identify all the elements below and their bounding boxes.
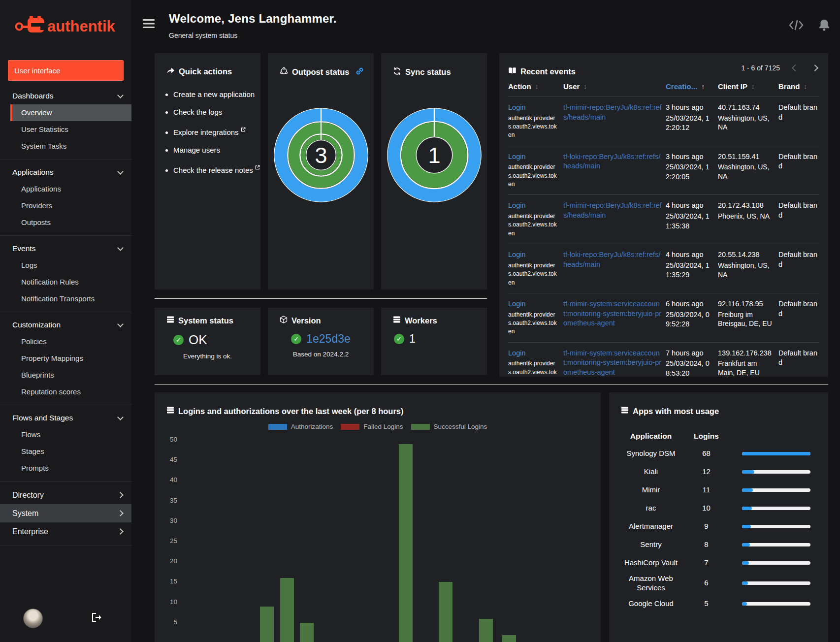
quick-actions-card: Quick actions Create a new applicationCh… (155, 53, 260, 289)
notifications-bell-icon[interactable] (818, 19, 830, 33)
column-header-client-ip[interactable]: Client IP↕ (718, 82, 775, 91)
sort-icon[interactable]: ↕ (583, 83, 587, 90)
sort-ascending-icon[interactable]: ↑ (701, 83, 705, 91)
event-context: authentik.providers.oauth2.views.token (508, 311, 559, 336)
app-usage-row: Amazon Web Services6 (619, 572, 816, 595)
sidebar-item-property-mappings[interactable]: Property Mappings (10, 350, 131, 367)
event-action-cell: Loginauthentik.providers.oauth2.views.to… (508, 152, 559, 189)
event-action-link[interactable]: Login (508, 201, 559, 211)
user-interface-button[interactable]: User interface (8, 60, 124, 81)
column-header-creatio[interactable]: Creatio...↑ (666, 82, 714, 91)
sync-icon (393, 67, 401, 77)
sidebar-item-logs[interactable]: Logs (10, 257, 131, 274)
event-action-link[interactable]: Login (508, 103, 559, 113)
nav-section-flows-and-stages[interactable]: Flows and Stages (0, 410, 131, 426)
nav-section-customization[interactable]: Customization (0, 317, 131, 333)
quick-action-manage-users[interactable]: Manage users (173, 145, 260, 156)
logout-icon[interactable] (91, 612, 102, 624)
sidebar-item-directory[interactable]: Directory (0, 486, 131, 504)
chart-bar (260, 607, 274, 642)
sidebar-item-system-tasks[interactable]: System Tasks (10, 138, 131, 155)
sync-status-card: Sync status 1 (381, 53, 487, 289)
authentik-logo: authentik (0, 0, 131, 54)
event-user-link[interactable]: tf-mimir-repo:BeryJu/k8s:ref:refs/heads/… (563, 201, 662, 220)
sidebar: authentik User interface DashboardsOverv… (0, 0, 131, 642)
outpost-link-icon[interactable] (356, 67, 363, 77)
event-user-link[interactable]: tf-mimir-system:serviceaccount:monitorin… (563, 349, 662, 377)
app-usage-progress-fill (742, 561, 749, 565)
event-user-cell: tf-loki-repo:BeryJu/k8s:ref:refs/heads/m… (563, 250, 662, 287)
nav-divider (0, 405, 131, 405)
sidebar-item-applications[interactable]: Applications (10, 181, 131, 197)
sidebar-item-stages[interactable]: Stages (10, 443, 131, 460)
column-label[interactable]: Action (508, 82, 531, 91)
event-creation-cell: 3 hours ago25/03/2024, 12:20:05 (666, 152, 714, 189)
column-header-user[interactable]: User↕ (563, 82, 662, 91)
event-ip: 20.172.43.108 (718, 201, 775, 211)
event-clientip-cell: 40.71.163.74Washington, US, NA (718, 103, 775, 140)
event-datetime: 25/03/2024, 09:52:28 (666, 310, 714, 329)
sidebar-item-outposts[interactable]: Outposts (10, 214, 131, 231)
event-action-link[interactable]: Login (508, 152, 559, 162)
column-header-action[interactable]: Action↕ (508, 82, 559, 91)
event-rel-time: 3 hours ago (666, 103, 714, 113)
app-logins-count: 10 (683, 502, 730, 515)
sidebar-item-overview[interactable]: Overview (10, 104, 131, 121)
column-label[interactable]: User (563, 82, 580, 91)
nav-section-dashboards[interactable]: Dashboards (0, 88, 131, 104)
nav-section-events[interactable]: Events (0, 240, 131, 257)
column-label[interactable]: Client IP (718, 82, 747, 91)
sidebar-item-flows[interactable]: Flows (10, 426, 131, 443)
legend-label: Failed Logins (363, 423, 403, 430)
column-header-brand[interactable]: Brand↕ (778, 82, 819, 91)
quick-action-check-the-release-notes[interactable]: Check the release notes (173, 162, 260, 176)
sidebar-item-user-statistics[interactable]: User Statistics (10, 121, 131, 138)
recent-events-title: Recent events (520, 67, 576, 76)
hamburger-menu-icon[interactable] (143, 19, 155, 31)
event-action-link[interactable]: Login (508, 250, 559, 260)
column-label[interactable]: Brand (778, 82, 800, 91)
pagination-next-icon[interactable] (811, 64, 818, 71)
version-value[interactable]: 1e25d3e (306, 332, 351, 346)
quick-action-create-a-new-application[interactable]: Create a new application (173, 89, 260, 100)
event-location: Freiburg im Breisgau, DE, EU (718, 310, 775, 329)
avatar[interactable] (23, 609, 43, 628)
sidebar-item-notification-transports[interactable]: Notification Transports (10, 290, 131, 307)
sidebar-item-system[interactable]: System (0, 504, 131, 522)
sidebar-item-notification-rules[interactable]: Notification Rules (10, 274, 131, 290)
sort-icon[interactable]: ↕ (751, 83, 755, 90)
pagination-prev-icon[interactable] (792, 64, 799, 71)
event-action-link[interactable]: Login (508, 349, 559, 358)
event-rel-time: 4 hours ago (666, 250, 714, 260)
app-logins-count: 7 (683, 556, 730, 570)
quick-action-check-the-logs[interactable]: Check the logs (173, 107, 260, 118)
event-user-link[interactable]: tf-mimir-system:serviceaccount:monitorin… (563, 299, 662, 328)
app-logins-count: 68 (683, 447, 730, 460)
api-code-icon[interactable] (789, 19, 804, 33)
event-user-cell: tf-mimir-repo:BeryJu/k8s:ref:refs/heads/… (563, 103, 662, 140)
sort-icon[interactable]: ↕ (535, 83, 539, 90)
event-action-link[interactable]: Login (508, 299, 559, 309)
sidebar-item-enterprise[interactable]: Enterprise (0, 522, 131, 541)
events-table-body: Loginauthentik.providers.oauth2.views.to… (508, 96, 819, 377)
event-user-link[interactable]: tf-mimir-repo:BeryJu/k8s:ref:refs/heads/… (563, 103, 662, 122)
sidebar-item-policies[interactable]: Policies (10, 333, 131, 350)
nav-section-applications[interactable]: Applications (0, 164, 131, 181)
sidebar-item-reputation-scores[interactable]: Reputation scores (10, 384, 131, 400)
event-action-cell: Loginauthentik.providers.oauth2.views.to… (508, 201, 559, 238)
event-creation-cell: 3 hours ago25/03/2024, 12:20:12 (666, 103, 714, 140)
sidebar-item-prompts[interactable]: Prompts (10, 460, 131, 477)
sidebar-item-providers[interactable]: Providers (10, 197, 131, 214)
event-user-link[interactable]: tf-loki-repo:BeryJu/k8s:ref:refs/heads/m… (563, 152, 662, 171)
server-icon (166, 316, 174, 325)
sidebar-item-blueprints[interactable]: Blueprints (10, 367, 131, 384)
column-label[interactable]: Creatio... (666, 82, 697, 91)
sort-icon[interactable]: ↕ (804, 83, 807, 90)
app-usage-row: Mimir11 (619, 481, 816, 499)
event-context: authentik.providers.oauth2.views.token (508, 261, 559, 287)
event-action-cell: Loginauthentik.providers.oauth2.views.to… (508, 349, 559, 377)
event-user-link[interactable]: tf-loki-repo:BeryJu/k8s:ref:refs/heads/m… (563, 250, 662, 269)
chevron-right-icon (117, 528, 124, 535)
event-location: Washington, US, NA (718, 261, 775, 280)
quick-action-explore-integrations[interactable]: Explore integrations (173, 124, 260, 138)
